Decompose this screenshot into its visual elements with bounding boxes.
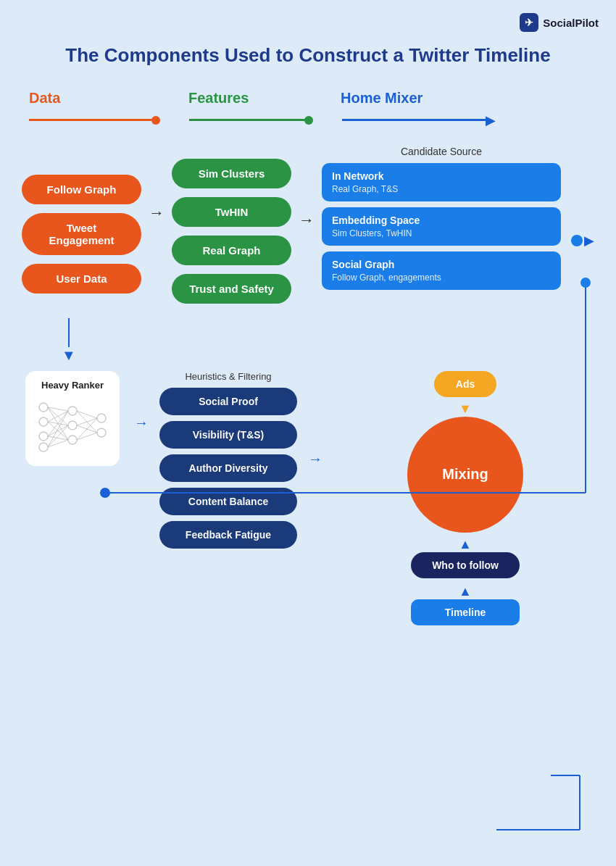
features-to-candidate-arrow: →: [299, 211, 315, 230]
features-column: Sim Clusters TwHIN Real Graph Trust and …: [172, 159, 291, 304]
svg-point-1: [39, 417, 48, 426]
right-blue-dot: [571, 235, 583, 246]
heuristic-author-diversity: Author Diversity: [159, 454, 297, 482]
candidate-social-graph-sub: Follow Graph, engagements: [332, 272, 551, 283]
neural-net-diagram: [33, 396, 112, 454]
candidate-in-network-title: In Network: [332, 170, 551, 182]
features-arrow-line: [189, 119, 305, 121]
ads-pill: Ads: [434, 371, 496, 397]
logo-text: SocialPilot: [543, 17, 599, 29]
vertical-line-left: [68, 318, 70, 347]
main-diagram: Follow Graph Tweet Engagement User Data …: [0, 146, 616, 304]
svg-point-6: [68, 436, 77, 444]
mixing-label: Mixing: [442, 466, 488, 483]
right-arrow-head: ▶: [584, 233, 594, 249]
heavy-ranker-box: Heavy Ranker: [25, 371, 120, 466]
logo: ✈ SocialPilot: [520, 13, 599, 32]
data-to-features-arrow: →: [149, 204, 165, 222]
heuristics-label: Heuristics & Filtering: [159, 371, 297, 382]
feature-pill-real-graph: Real Graph: [172, 236, 291, 265]
arrows-row: ▶: [0, 112, 616, 128]
heuristic-content-balance: Content Balance: [159, 488, 297, 515]
home-mixer-arrow-line: [342, 119, 487, 121]
heuristics-column: Heuristics & Filtering Social Proof Visi…: [159, 371, 297, 554]
data-arrow: [29, 116, 189, 125]
data-pill-follow-graph: Follow Graph: [22, 175, 141, 204]
candidate-in-network-sub: Real Graph, T&S: [332, 184, 551, 194]
right-connector: ▶: [568, 233, 594, 249]
heavy-ranker-column: Heavy Ranker: [22, 371, 123, 466]
flow-labels-row: Data Features Home Mixer: [0, 90, 616, 107]
heuristics-to-mixing-arrow: →: [308, 451, 325, 467]
bottom-section: Heavy Ranker: [0, 371, 616, 625]
home-mixer-label: Home Mixer: [341, 90, 587, 107]
feature-pill-twhin: TwHIN: [172, 197, 291, 227]
mixing-column: Ads ▼ Mixing ▲ Who to follow ▲ Timeline: [336, 371, 594, 625]
data-pill-user-data: User Data: [22, 264, 141, 293]
svg-point-2: [39, 432, 48, 441]
svg-line-15: [48, 411, 68, 436]
down-arrow-area: ▼: [22, 347, 594, 364]
candidate-group-social-graph: Social Graph Follow Graph, engagements: [322, 251, 561, 290]
features-arrow: [189, 116, 342, 125]
data-arrow-dot: [151, 116, 160, 125]
candidate-groups: In Network Real Graph, T&S Embedding Spa…: [322, 163, 561, 290]
features-arrow-dot: [304, 116, 313, 125]
data-column: Follow Graph Tweet Engagement User Data: [22, 175, 141, 293]
svg-point-5: [68, 421, 77, 430]
vertical-connector-area: [22, 318, 594, 347]
logo-icon: ✈: [520, 13, 538, 32]
timeline-up-arrow: ▲: [459, 584, 472, 599]
timeline-pill: Timeline: [411, 599, 520, 625]
candidate-embedding-sub: Sim Clusters, TwHIN: [332, 228, 551, 238]
data-arrow-line: [29, 119, 152, 121]
data-pill-tweet-engagement: Tweet Engagement: [22, 213, 141, 255]
who-to-follow-up-arrow: ▲: [459, 537, 472, 552]
data-label: Data: [29, 90, 188, 107]
feature-pill-trust-safety: Trust and Safety: [172, 274, 291, 304]
heavy-ranker-down-area: ▼: [22, 347, 123, 364]
feature-pill-sim-clusters: Sim Clusters: [172, 159, 291, 188]
features-label: Features: [188, 90, 341, 107]
ads-down-arrow: ▼: [459, 401, 472, 417]
mixing-circle: Mixing: [407, 417, 523, 533]
candidate-source-label: Candidate Source: [322, 146, 561, 157]
who-to-follow-pill: Who to follow: [411, 552, 520, 578]
candidate-group-embedding: Embedding Space Sim Clusters, TwHIN: [322, 207, 561, 246]
candidate-column: Candidate Source In Network Real Graph, …: [322, 146, 561, 290]
svg-point-0: [39, 403, 48, 412]
svg-point-4: [68, 407, 77, 415]
candidate-embedding-title: Embedding Space: [332, 215, 551, 226]
heuristic-feedback-fatigue: Feedback Fatigue: [159, 521, 297, 549]
candidate-social-graph-title: Social Graph: [332, 259, 551, 270]
down-arrow-icon: ▼: [62, 347, 76, 364]
heuristic-social-proof: Social Proof: [159, 388, 297, 415]
svg-point-3: [39, 443, 48, 451]
left-vertical-line: [22, 318, 123, 347]
ranker-to-heuristics-arrow: →: [134, 415, 149, 431]
svg-point-7: [97, 414, 106, 422]
svg-point-8: [97, 428, 106, 437]
candidate-group-in-network: In Network Real Graph, T&S: [322, 163, 561, 201]
home-mixer-arrow-head: ▶: [486, 112, 496, 128]
home-mixer-arrow: ▶: [342, 112, 496, 128]
heuristic-visibility: Visibility (T&S): [159, 421, 297, 449]
heavy-ranker-title: Heavy Ranker: [33, 380, 112, 391]
